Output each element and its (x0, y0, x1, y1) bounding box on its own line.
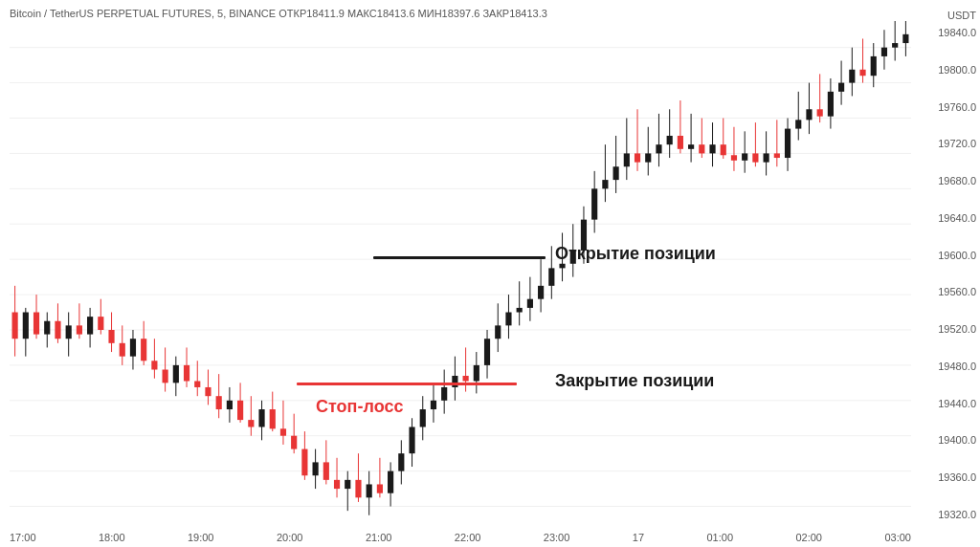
time-label: 20:00 (277, 532, 303, 543)
time-label: 21:00 (366, 532, 392, 543)
time-label: 18:00 (99, 532, 125, 543)
time-label: 03:00 (884, 532, 911, 543)
open-position-line (373, 256, 546, 259)
price-label: 19400.0 (915, 434, 976, 446)
canvas-area (10, 21, 911, 524)
price-label: 19760.0 (915, 101, 976, 113)
time-label: 23:00 (544, 532, 570, 543)
time-label: 22:00 (455, 532, 481, 543)
price-label: 19520.0 (915, 323, 976, 335)
time-label: 17:00 (10, 532, 36, 543)
time-label: 19:00 (188, 532, 214, 543)
price-label: 19560.0 (915, 286, 976, 297)
price-label: 19800.0 (915, 64, 976, 76)
open-position-label: Открытие позиции (555, 244, 716, 264)
price-label: 19320.0 (915, 509, 976, 520)
close-position-label: Закрытие позиции (555, 371, 714, 391)
price-label: 19440.0 (915, 398, 976, 409)
time-label: 02:00 (795, 532, 822, 543)
time-axis: 17:0018:0019:0020:0021:0022:0023:001701:… (10, 532, 911, 543)
stop-loss-label: Стоп-лосс (316, 397, 403, 417)
price-label: 19840.0 (915, 27, 976, 38)
price-label: 19600.0 (915, 250, 976, 261)
chart-container: Bitcoin / TetherUS PERPETUAL FUTURES, 5,… (0, 0, 980, 547)
chart-canvas (10, 21, 911, 524)
price-label: 19480.0 (915, 361, 976, 372)
time-label: 01:00 (706, 532, 733, 543)
price-axis: 19840.019800.019760.019720.019680.019640… (915, 0, 980, 547)
price-label: 19360.0 (915, 471, 976, 483)
time-label: 17 (633, 532, 644, 543)
price-label: 19680.0 (915, 175, 976, 186)
price-label: 19720.0 (915, 138, 976, 149)
price-label: 19640.0 (915, 212, 976, 224)
stop-loss-line (297, 383, 517, 385)
chart-header: Bitcoin / TetherUS PERPETUAL FUTURES, 5,… (10, 8, 547, 19)
